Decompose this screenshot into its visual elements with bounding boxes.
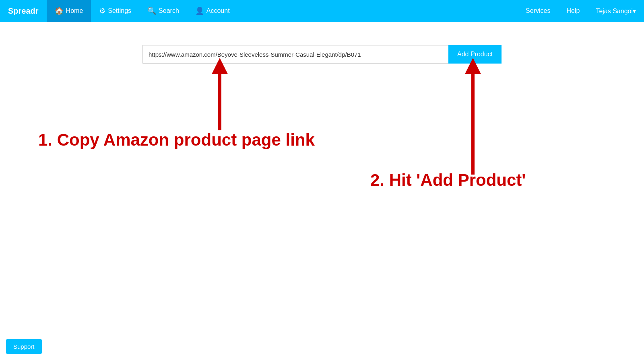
nav-user[interactable]: Tejas Sangoi▾ (588, 0, 644, 22)
arrow-url-shaft (218, 74, 221, 130)
nav-search-label: Search (159, 7, 179, 14)
nav-help-label: Help (566, 7, 580, 14)
arrow-add-product (465, 58, 481, 175)
main-content: Add Product 1. Copy Amazon product page … (0, 22, 644, 76)
nav-settings[interactable]: ⚙ Settings (91, 0, 139, 22)
nav-settings-label: Settings (108, 7, 131, 14)
url-input[interactable] (142, 45, 448, 64)
navbar-right: Services Help Tejas Sangoi▾ (518, 0, 644, 22)
nav-home[interactable]: 🏠 Home (47, 0, 91, 22)
nav-user-label: Tejas Sangoi▾ (596, 7, 636, 15)
navbar: Spreadr 🏠 Home ⚙ Settings 🔍 Search 👤 Acc… (0, 0, 644, 22)
arrow-url (212, 58, 228, 130)
arrow-url-head (212, 58, 228, 74)
support-button[interactable]: Support (6, 339, 42, 354)
arrow-add-product-head (465, 58, 481, 74)
nav-account[interactable]: 👤 Account (187, 0, 238, 22)
nav-search[interactable]: 🔍 Search (139, 0, 187, 22)
nav-services[interactable]: Services (518, 0, 558, 22)
nav-services-label: Services (526, 7, 550, 14)
nav-account-label: Account (206, 7, 230, 14)
settings-icon: ⚙ (99, 6, 105, 15)
account-icon: 👤 (195, 6, 204, 15)
arrow-add-product-shaft (471, 74, 475, 175)
instruction-1: 1. Copy Amazon product page link (38, 130, 315, 150)
nav-help[interactable]: Help (558, 0, 588, 22)
instruction-2: 2. Hit 'Add Product' (370, 171, 526, 190)
search-icon: 🔍 (147, 6, 156, 15)
brand-logo[interactable]: Spreadr (0, 6, 47, 16)
url-area: Add Product (0, 45, 644, 64)
home-icon: 🏠 (55, 6, 64, 15)
nav-home-label: Home (66, 7, 83, 14)
